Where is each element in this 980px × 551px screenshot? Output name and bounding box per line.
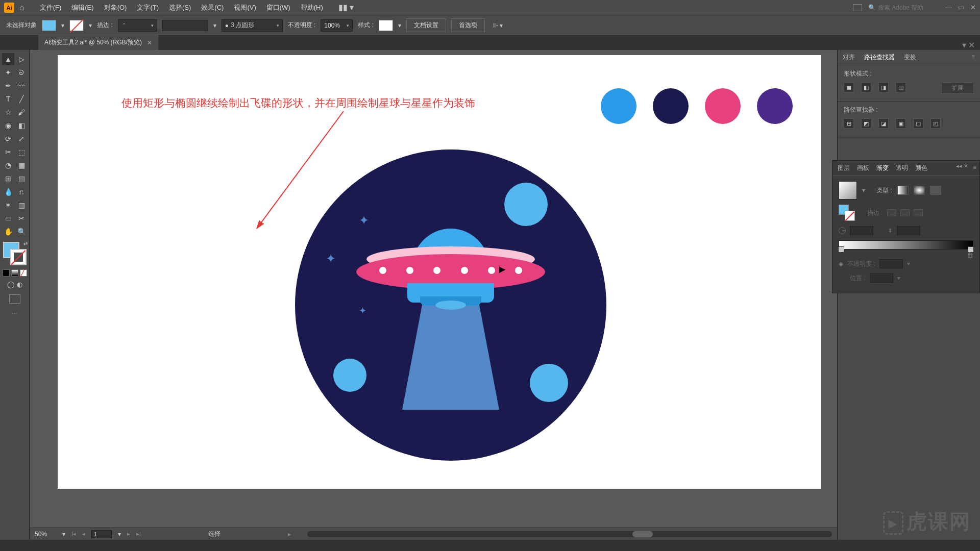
toolbox-edit-icon[interactable]: ⋯ <box>2 311 27 317</box>
menu-window[interactable]: 窗口(W) <box>261 3 296 12</box>
eyedropper-tool-icon[interactable]: 💧 <box>2 186 14 198</box>
minus-back-icon[interactable]: ◰ <box>930 118 941 129</box>
hand-tool-icon[interactable]: ✋ <box>2 226 14 238</box>
chevron-down-icon[interactable]: ▾ <box>213 22 216 29</box>
blend-tool-icon[interactable]: ⎌ <box>15 186 28 198</box>
delete-stop-icon[interactable]: 🗑 <box>839 252 973 259</box>
gradient-slider[interactable] <box>839 240 973 249</box>
rotate-tool-icon[interactable]: ⟳ <box>2 133 14 145</box>
fill-swatch[interactable] <box>42 20 56 31</box>
artboard-tool-icon[interactable]: ▭ <box>2 212 14 224</box>
paintbrush-tool-icon[interactable]: 🖌 <box>15 106 28 118</box>
divide-icon[interactable]: ⊞ <box>844 118 854 129</box>
stop-position-input[interactable] <box>870 273 893 283</box>
menu-effect[interactable]: 效果(C) <box>196 3 229 12</box>
crop-icon[interactable]: ▣ <box>896 118 906 129</box>
horizontal-scrollbar[interactable] <box>307 531 832 537</box>
stop-opacity-input[interactable] <box>879 259 903 268</box>
trim-icon[interactable]: ◩ <box>861 118 871 129</box>
line-tool-icon[interactable]: ╱ <box>15 93 28 105</box>
menu-view[interactable]: 视图(V) <box>229 3 261 12</box>
type-tool-icon[interactable]: T <box>2 93 14 105</box>
mesh-tool-icon[interactable]: ⊞ <box>2 172 14 185</box>
tab-transparency[interactable]: 透明 <box>896 164 908 172</box>
chevron-down-icon[interactable]: ▾ <box>118 531 121 538</box>
chevron-down-icon[interactable]: ▾ <box>61 22 64 29</box>
outline-icon[interactable]: ▢ <box>913 118 923 129</box>
perspective-grid-tool-icon[interactable]: ▦ <box>15 159 28 171</box>
workspace-switcher-icon[interactable]: ▮▮ ▾ <box>338 3 354 12</box>
gradient-preview[interactable] <box>839 181 857 199</box>
gradient-fill-stroke-proxy[interactable] <box>839 205 855 221</box>
canvas-area[interactable]: 使用矩形与椭圆继续绘制出飞碟的形状，并在周围绘制星球与星星作为装饰 ✦ ✦ ✦ <box>30 50 837 540</box>
none-mode-icon[interactable]: ╱ <box>20 269 27 277</box>
merge-icon[interactable]: ◪ <box>878 118 889 129</box>
gradient-aspect-input[interactable] <box>897 226 920 235</box>
tab-artboards[interactable]: 画板 <box>857 164 869 172</box>
scale-tool-icon[interactable]: ⤢ <box>15 133 28 145</box>
tab-layers[interactable]: 图层 <box>838 164 850 172</box>
next-artboard-icon[interactable]: ▸ <box>127 531 130 537</box>
tab-pathfinder[interactable]: 路径查找器 <box>864 53 895 62</box>
opacity-dropdown[interactable]: ▾ <box>321 19 353 32</box>
minus-front-icon[interactable]: ◧ <box>861 82 871 92</box>
chevron-down-icon[interactable]: ▾ <box>398 22 401 29</box>
arrange-documents-icon[interactable] <box>853 4 862 11</box>
panel-collapse-icon[interactable]: ◂◂ ✕ <box>956 163 968 169</box>
stroke-apply-across-icon[interactable] <box>914 209 923 216</box>
home-icon[interactable]: ⌂ <box>19 3 24 12</box>
prev-artboard-icon[interactable]: ◂ <box>82 531 85 537</box>
column-graph-tool-icon[interactable]: ▥ <box>15 199 28 211</box>
more-options-icon[interactable]: ⊪ ▾ <box>493 22 503 29</box>
style-swatch[interactable] <box>379 20 393 31</box>
shaper-tool-icon[interactable]: ◉ <box>2 119 14 132</box>
panel-menu-icon[interactable]: ≡ <box>971 53 975 62</box>
help-search[interactable]: 🔍 <box>868 4 939 11</box>
stroke-profile-dropdown[interactable] <box>162 20 208 31</box>
last-artboard-icon[interactable]: ▸I <box>136 531 141 537</box>
free-transform-tool-icon[interactable]: ⬚ <box>15 146 28 158</box>
artboard-number-input[interactable] <box>91 530 112 538</box>
direct-selection-tool-icon[interactable]: ▷ <box>15 53 28 65</box>
chevron-down-icon[interactable]: ▾ <box>62 531 65 538</box>
stroke-apply-along-icon[interactable] <box>900 209 910 216</box>
window-close-icon[interactable]: ✕ <box>970 4 976 11</box>
preferences-button[interactable]: 首选项 <box>451 18 485 32</box>
width-tool-icon[interactable]: ✂ <box>2 146 14 158</box>
stroke-apply-within-icon[interactable] <box>887 209 896 216</box>
intersect-icon[interactable]: ◨ <box>878 82 889 92</box>
eraser-tool-icon[interactable]: ◧ <box>15 119 28 132</box>
first-artboard-icon[interactable]: I◂ <box>71 531 76 537</box>
tab-transform[interactable]: 变换 <box>904 53 916 62</box>
stroke-color-icon[interactable] <box>10 249 27 265</box>
slice-tool-icon[interactable]: ✂ <box>15 212 28 224</box>
draw-normal-icon[interactable]: ◯ <box>7 281 15 288</box>
document-setup-button[interactable]: 文档设置 <box>406 18 446 32</box>
status-play-icon[interactable]: ▸ <box>288 531 291 538</box>
color-mode-icon[interactable] <box>3 269 10 277</box>
pen-tool-icon[interactable]: ✒ <box>2 80 14 92</box>
panel-menu-icon[interactable]: ≡ <box>973 164 976 171</box>
menu-edit[interactable]: 编辑(E) <box>66 3 99 12</box>
magic-wand-tool-icon[interactable]: ✦ <box>2 66 14 79</box>
menu-file[interactable]: 文件(F) <box>35 3 67 12</box>
help-search-input[interactable] <box>878 4 939 11</box>
chevron-down-icon[interactable]: ▾ <box>89 22 92 29</box>
draw-behind-icon[interactable]: ◐ <box>17 281 22 288</box>
zoom-input[interactable] <box>35 531 56 538</box>
exclude-icon[interactable]: ◫ <box>896 82 906 92</box>
menu-object[interactable]: 对象(O) <box>99 3 132 12</box>
expand-button[interactable]: 扩展 <box>941 82 974 94</box>
gradient-angle-input[interactable] <box>850 226 873 235</box>
stroke-weight-input[interactable] <box>129 22 149 29</box>
menu-type[interactable]: 文字(T) <box>132 3 164 12</box>
stroke-weight-dropdown[interactable]: ⌃▾ <box>118 19 157 32</box>
fill-stroke-proxy[interactable]: ⇄ <box>3 242 27 265</box>
menu-help[interactable]: 帮助(H) <box>296 3 328 12</box>
unite-icon[interactable]: ◼ <box>844 82 854 92</box>
tab-gradient[interactable]: 渐变 <box>876 164 889 172</box>
zoom-tool-icon[interactable]: 🔍 <box>15 226 28 238</box>
gradient-tool-icon[interactable]: ▤ <box>15 172 28 185</box>
rectangle-tool-icon[interactable]: ☆ <box>2 106 14 118</box>
menu-select[interactable]: 选择(S) <box>164 3 196 12</box>
